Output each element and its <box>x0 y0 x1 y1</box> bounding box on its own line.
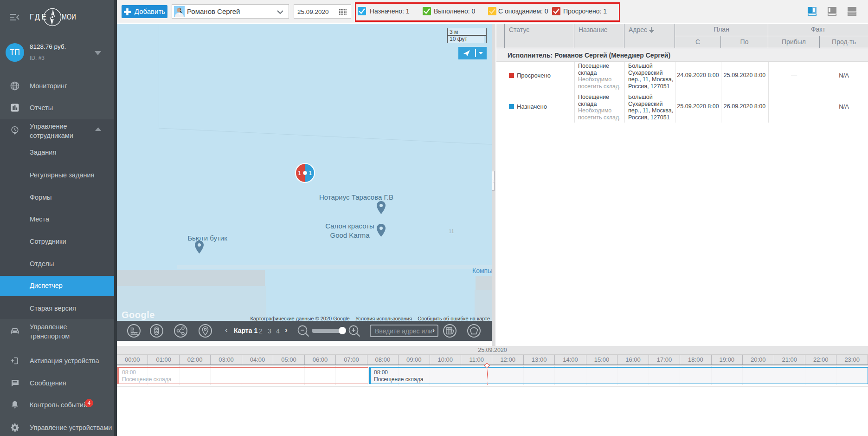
svg-text:1: 1 <box>298 170 301 176</box>
svg-text:1: 1 <box>309 170 312 176</box>
